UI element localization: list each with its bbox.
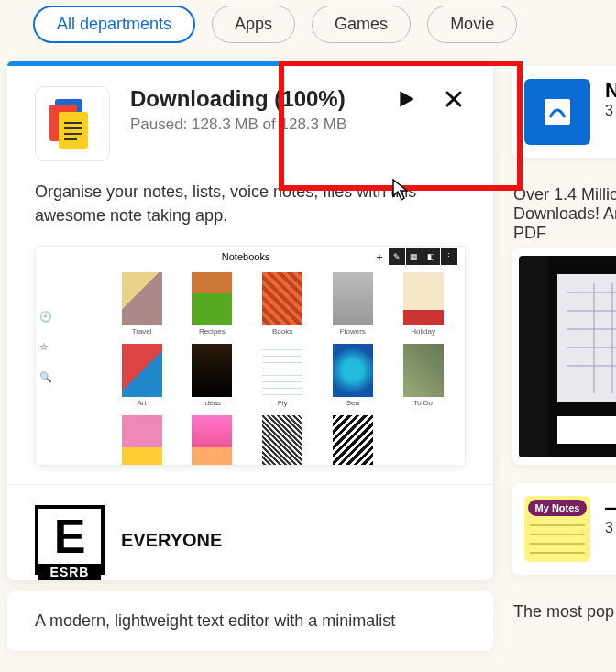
content-rating: E ESRB EVERYONE — [7, 484, 493, 575]
side-screenshot-card[interactable] — [512, 248, 616, 465]
tool-icon: ▦ — [406, 248, 423, 265]
download-title: Downloading (100%) — [130, 86, 346, 112]
tab-games[interactable]: Games — [312, 6, 411, 43]
add-icon: + — [371, 250, 388, 264]
app-description: A modern, lightweight text editor with a… — [35, 611, 395, 630]
notebook-label: Fly — [278, 399, 288, 407]
category-tabs: All departments Apps Games Movie — [0, 0, 616, 61]
notebook-label: Holiday — [411, 327, 435, 336]
sidebar-icon: 🔍 — [39, 371, 52, 383]
tab-all-departments[interactable]: All departments — [33, 6, 195, 43]
tab-apps[interactable]: Apps — [212, 6, 295, 43]
notebook-label: Travel — [132, 327, 152, 336]
svg-rect-9 — [557, 274, 616, 402]
notebook-label: Books — [272, 327, 292, 336]
svg-rect-2 — [59, 112, 88, 149]
side-app-sub: 3 — [605, 103, 616, 119]
app-description: Organise your notes, lists, voice notes,… — [7, 167, 493, 237]
screenshot-title: Notebooks — [222, 251, 270, 262]
tool-icon: ◧ — [424, 248, 440, 265]
app-icon — [35, 86, 110, 161]
notebook-label: Ideas — [204, 399, 222, 407]
svg-rect-11 — [557, 416, 616, 444]
side-app-icon — [524, 79, 590, 145]
notebook-label: Recipes — [199, 327, 226, 336]
side-app-card[interactable]: N 3 — [512, 66, 616, 158]
sidebar-icon: 🕘 — [39, 311, 52, 323]
side-app-description: The most pop — [512, 597, 616, 627]
esrb-letter: E — [38, 509, 101, 564]
svg-rect-7 — [544, 99, 570, 125]
side-app-description: Over 1.4 Million Downloads! Annotate PDF — [512, 180, 616, 248]
side-app-title: — — [605, 496, 616, 520]
download-card: Downloading (100%) Paused: 128.3 MB of 1… — [7, 61, 493, 580]
notebook-label: Sea — [346, 399, 359, 407]
play-icon[interactable] — [394, 87, 418, 111]
svg-text:My Notes: My Notes — [535, 502, 580, 513]
app-screenshot[interactable]: Notebooks + ✎ ▦ ◧ ⋮ 🕘 ☆ 🔍 Travel — [35, 246, 466, 466]
esrb-caption: ESRB — [38, 564, 101, 580]
download-status: Paused: 128.3 MB of 128.3 MB — [130, 116, 466, 134]
second-app-card[interactable]: A modern, lightweight text editor with a… — [7, 591, 493, 651]
notebook-label: Flowers — [340, 327, 366, 336]
my-notes-icon: My Notes — [524, 496, 590, 562]
side-app-sub: 3 — [605, 520, 616, 536]
notebook-grid: Travel Recipes Books Flowers Holiday Art… — [113, 272, 452, 461]
tool-icon: ⋮ — [441, 248, 457, 265]
tool-icon: ✎ — [389, 248, 405, 265]
notebook-label: To Do — [413, 399, 433, 407]
rating-label: EVERYONE — [121, 530, 222, 551]
tab-movies[interactable]: Movie — [427, 6, 517, 43]
side-app-card-2[interactable]: My Notes — 3 — [512, 483, 616, 575]
close-icon[interactable] — [442, 87, 466, 111]
notebook-label: Art — [137, 399, 146, 407]
esrb-badge: E ESRB — [35, 505, 104, 575]
side-screenshot — [519, 256, 616, 457]
side-app-title: N — [605, 79, 616, 103]
sidebar-icon: ☆ — [39, 341, 52, 353]
